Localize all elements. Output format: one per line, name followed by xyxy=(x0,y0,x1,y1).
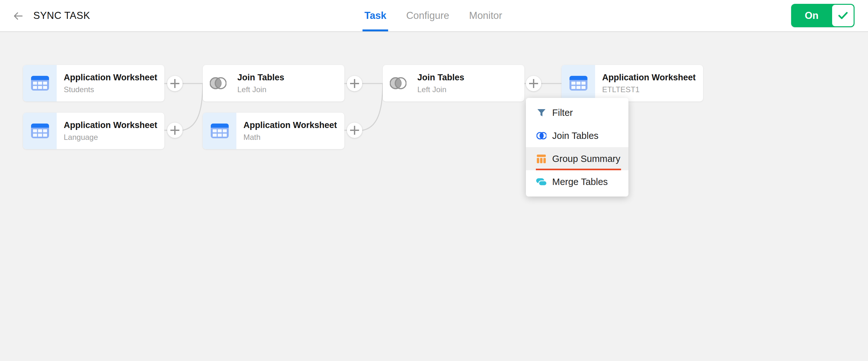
pipeline-canvas: Application Worksheet Students Join Tabl… xyxy=(0,32,868,361)
toggle-state-label: On xyxy=(791,4,832,27)
table-icon xyxy=(569,76,587,91)
node-title: Application Worksheet xyxy=(602,73,696,83)
table-icon xyxy=(211,124,229,138)
add-step-button-5[interactable] xyxy=(347,123,362,138)
plus-icon xyxy=(170,126,179,135)
node-icon-panel xyxy=(23,65,57,101)
menu-item-label: Merge Tables xyxy=(552,177,608,187)
node-application-worksheet-students[interactable]: Application Worksheet Students xyxy=(23,65,164,101)
group-summary-icon xyxy=(536,155,547,163)
menu-item-label: Filter xyxy=(552,107,573,118)
node-subtitle: ETLTEST1 xyxy=(602,85,696,94)
node-icon-panel xyxy=(203,113,237,149)
header: SYNC TASK Task Configure Monitor On xyxy=(0,0,868,32)
venn-icon xyxy=(390,76,406,91)
add-step-menu: Filter Join Tables Group Su xyxy=(526,98,628,197)
menu-item-group-summary[interactable]: Group Summary xyxy=(526,147,628,170)
filter-icon xyxy=(536,108,547,117)
node-icon-panel xyxy=(203,65,234,101)
node-application-worksheet-math[interactable]: Application Worksheet Math xyxy=(203,113,344,149)
plus-icon xyxy=(350,79,359,88)
join-tables-icon xyxy=(536,132,547,140)
add-step-button-3[interactable] xyxy=(526,76,541,91)
table-icon xyxy=(31,124,49,138)
node-icon-panel xyxy=(23,113,57,149)
merge-tables-icon xyxy=(536,177,547,186)
add-step-button-2[interactable] xyxy=(347,76,362,91)
node-join-tables-2[interactable]: Join Tables Left Join xyxy=(383,65,524,101)
menu-item-merge-tables[interactable]: Merge Tables xyxy=(526,170,628,193)
node-title: Join Tables xyxy=(237,73,284,83)
node-subtitle: Language xyxy=(64,133,157,142)
node-icon-panel xyxy=(383,65,413,101)
node-subtitle: Math xyxy=(243,133,337,142)
node-subtitle: Left Join xyxy=(417,85,464,94)
menu-item-filter[interactable]: Filter xyxy=(526,101,628,124)
plus-icon xyxy=(170,79,179,88)
table-icon xyxy=(31,76,49,91)
menu-item-label: Join Tables xyxy=(552,131,599,141)
node-title: Application Worksheet xyxy=(64,120,157,130)
node-subtitle: Students xyxy=(64,85,157,94)
toggle-check-button[interactable] xyxy=(832,5,854,26)
plus-icon xyxy=(350,126,359,135)
menu-item-label: Group Summary xyxy=(552,154,620,164)
tab-configure[interactable]: Configure xyxy=(406,0,449,31)
node-icon-panel xyxy=(561,65,595,101)
node-title: Application Worksheet xyxy=(64,73,157,83)
sync-on-off-toggle[interactable]: On xyxy=(791,4,855,27)
node-title: Join Tables xyxy=(417,73,464,83)
plus-icon xyxy=(529,79,538,88)
page-title: SYNC TASK xyxy=(33,0,90,31)
add-step-button-4[interactable] xyxy=(167,123,183,138)
node-join-tables-1[interactable]: Join Tables Left Join xyxy=(203,65,344,101)
venn-icon xyxy=(210,76,226,91)
menu-item-join-tables[interactable]: Join Tables xyxy=(526,124,628,147)
add-step-button-1[interactable] xyxy=(167,76,183,91)
tab-task[interactable]: Task xyxy=(365,0,386,31)
tab-bar: Task Configure Monitor xyxy=(365,0,502,31)
checkmark-icon xyxy=(838,12,848,20)
node-subtitle: Left Join xyxy=(237,85,284,94)
node-title: Application Worksheet xyxy=(243,120,337,130)
back-button[interactable] xyxy=(12,10,24,22)
node-application-worksheet-language[interactable]: Application Worksheet Language xyxy=(23,113,164,149)
node-application-worksheet-etltest1[interactable]: Application Worksheet ETLTEST1 xyxy=(561,65,703,101)
tab-monitor[interactable]: Monitor xyxy=(469,0,502,31)
arrow-left-icon xyxy=(12,10,24,22)
